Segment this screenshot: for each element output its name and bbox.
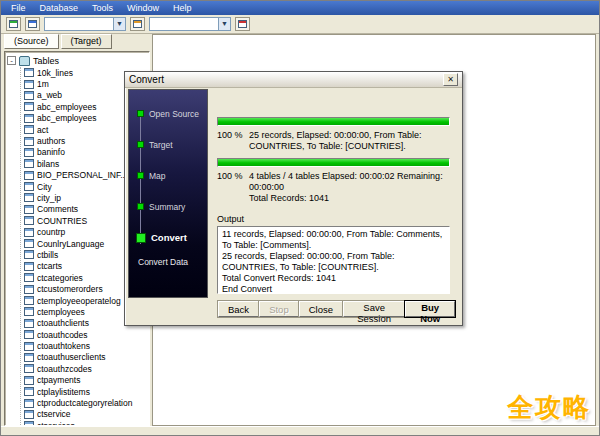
open-table-button[interactable] [25, 17, 40, 31]
table-icon [24, 399, 34, 408]
table-name: ctoauthzcodes [37, 364, 92, 374]
table-tree-item[interactable]: ctplaylistitems [24, 386, 149, 397]
stop-button[interactable] [235, 17, 250, 31]
table-icon [24, 319, 34, 328]
dialog-body: Open Source Target Map [128, 89, 459, 298]
refresh-button[interactable] [130, 17, 145, 31]
table-tree-item[interactable]: ctoauthuserclients [24, 352, 149, 363]
output-log[interactable]: 11 records, Elapsed: 00:00:00, From Tabl… [217, 226, 450, 294]
save-session-button[interactable]: Save Session [343, 301, 405, 317]
wizard-step: Summary [129, 191, 207, 222]
watermark-text: 全攻略 [507, 390, 591, 425]
close-button[interactable]: Close [299, 301, 343, 317]
buy-now-button[interactable]: Buy Now [405, 301, 455, 317]
database-icon [19, 56, 30, 66]
wizard-steps: Open Source Target Map [129, 98, 207, 256]
menu-item[interactable]: Database [33, 1, 86, 15]
new-connection-button[interactable] [6, 17, 21, 31]
table-icon [24, 364, 34, 373]
table-icon [24, 307, 34, 316]
stop-icon [238, 20, 247, 28]
table-name: 1m [37, 79, 49, 89]
table-name: city_ip [37, 193, 61, 203]
table-icon [24, 410, 34, 419]
chevron-down-icon[interactable]: ▼ [113, 18, 125, 30]
status-bar [1, 426, 599, 435]
output-line: End Convert [222, 284, 445, 294]
toolbar: ▼ ▼ [1, 15, 599, 34]
table-name: baninfo [37, 147, 65, 157]
table-icon [24, 262, 34, 271]
target-combo[interactable]: ▼ [149, 17, 231, 31]
table-name: ctbills [37, 250, 58, 260]
table-name: ctoauthuserclients [37, 352, 106, 362]
table-tree-item[interactable]: ctproductcategoryrelation [24, 397, 149, 408]
table-name: ctservice [37, 409, 71, 419]
tab-source[interactable]: (Source) [4, 34, 59, 49]
table-icon [24, 193, 34, 202]
table-name: Comments [37, 204, 78, 214]
total-progress-percent: 100 % [217, 171, 249, 204]
table-icon [24, 228, 34, 237]
table-tree-item[interactable]: ctservice [24, 409, 149, 420]
table-icon [24, 125, 34, 134]
step-bullet-icon [137, 172, 144, 179]
table-icon [24, 171, 34, 180]
table-icon [24, 250, 34, 259]
wizard-content: 100 % 25 records, Elapsed: 00:00:00, Fro… [208, 89, 459, 298]
step-label: Convert [151, 232, 187, 243]
tree-root[interactable]: - Tables [7, 54, 149, 67]
table-icon [24, 353, 34, 362]
wizard-sidebar: Open Source Target Map [128, 89, 208, 298]
table-icon [24, 159, 34, 168]
menu-item[interactable]: Help [166, 1, 199, 15]
dialog-buttons: Back Stop Close Save Session Buy Now [218, 301, 455, 317]
table-tree-item[interactable]: ctoauthcodes [24, 329, 149, 340]
step-bullet-icon [136, 233, 146, 243]
table-tree-item[interactable]: ctpayments [24, 375, 149, 386]
table-icon [24, 91, 34, 100]
table-tree-item[interactable]: ctoauthzcodes [24, 363, 149, 374]
collapse-icon[interactable]: - [7, 56, 16, 65]
step-bullet-icon [137, 110, 144, 117]
table-icon [24, 68, 34, 77]
table-progress-text: 100 % 25 records, Elapsed: 00:00:00, Fro… [217, 130, 450, 152]
output-line: 25 records, Elapsed: 00:00:00, From Tabl… [222, 251, 445, 273]
table-name: ctcategories [37, 273, 83, 283]
table-name: ctoauthclients [37, 318, 89, 328]
table-name: ctplaylistitems [37, 387, 90, 397]
table-name: CounlryLanguage [37, 239, 104, 249]
step-bullet-icon [137, 141, 144, 148]
menu-item[interactable]: Window [120, 1, 166, 15]
table-name: ctemployeeoperatelog [37, 296, 121, 306]
back-button[interactable]: Back [218, 301, 259, 317]
dialog-title-bar[interactable]: Convert ✕ [125, 72, 462, 88]
tab-target[interactable]: (Target) [61, 34, 112, 49]
step-label: Target [149, 140, 173, 150]
table-icon [28, 20, 37, 28]
wizard-step: Target [129, 129, 207, 160]
table-name: COUNTRIES [37, 216, 87, 226]
table-icon [24, 137, 34, 146]
step-label: Map [149, 171, 166, 181]
menu-item[interactable]: File [4, 1, 33, 15]
source-combo[interactable]: ▼ [44, 17, 126, 31]
table-icon [24, 376, 34, 385]
tree-root-label: Tables [33, 56, 59, 66]
convert-dialog: Convert ✕ Open Source Target [124, 71, 463, 326]
total-records: Total Records: 1041 [249, 193, 329, 203]
close-icon[interactable]: ✕ [443, 73, 458, 86]
progress-fill [218, 118, 449, 125]
stop-button: Stop [259, 301, 299, 317]
table-name: ctcarts [37, 261, 62, 271]
table-icon [24, 102, 34, 111]
table-icon [24, 285, 34, 294]
table-icon [24, 330, 34, 339]
table-name: ctcustomerorders [37, 284, 103, 294]
table-name: ctoauthtokens [37, 341, 90, 351]
table-name: ctoauthcodes [37, 330, 88, 340]
chevron-down-icon[interactable]: ▼ [218, 18, 230, 30]
menu-item[interactable]: Tools [85, 1, 120, 15]
table-icon [24, 387, 34, 396]
table-tree-item[interactable]: ctoauthtokens [24, 340, 149, 351]
